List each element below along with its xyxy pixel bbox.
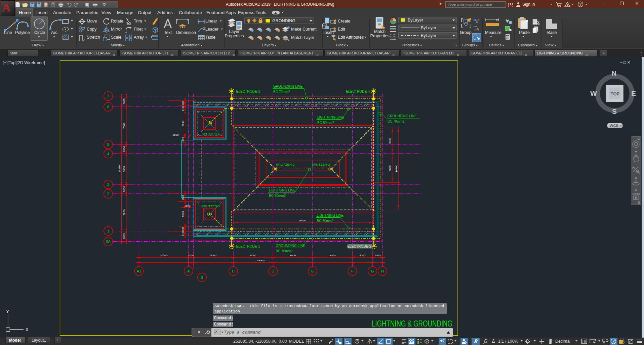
svg-text:985: 985 bbox=[182, 227, 185, 231]
svg-text:5: 5 bbox=[107, 142, 109, 146]
svg-text:2500: 2500 bbox=[185, 204, 191, 207]
svg-text:BC 70mm2: BC 70mm2 bbox=[273, 90, 290, 94]
svg-text:C: C bbox=[232, 269, 235, 273]
svg-text:A1: A1 bbox=[136, 269, 141, 273]
svg-text:16700: 16700 bbox=[395, 165, 398, 172]
svg-text:8000: 8000 bbox=[210, 254, 216, 257]
svg-text:H: H bbox=[381, 269, 384, 273]
svg-text:GROUNDING LINE: GROUNDING LINE bbox=[273, 85, 303, 88]
svg-text:BC 50mm2: BC 50mm2 bbox=[269, 194, 286, 198]
svg-text:7600: 7600 bbox=[123, 209, 126, 215]
svg-text:8000: 8000 bbox=[329, 254, 335, 257]
svg-text:2000: 2000 bbox=[123, 186, 126, 192]
svg-text:BC 50mm2: BC 50mm2 bbox=[317, 121, 334, 125]
svg-text:Y: Y bbox=[6, 308, 9, 314]
svg-text:4000: 4000 bbox=[359, 254, 365, 257]
svg-text:2000: 2000 bbox=[374, 254, 380, 257]
svg-text:BC 70mm2: BC 70mm2 bbox=[388, 120, 404, 123]
svg-text:5000: 5000 bbox=[182, 121, 185, 126]
svg-text:6000: 6000 bbox=[123, 166, 126, 172]
svg-text:4: 4 bbox=[107, 152, 110, 156]
svg-text:49000: 49000 bbox=[257, 259, 265, 262]
svg-text:5000: 5000 bbox=[182, 211, 185, 217]
svg-text:GROUNDING LINE: GROUNDING LINE bbox=[276, 244, 306, 248]
svg-text:28000: 28000 bbox=[298, 219, 306, 222]
svg-text:D: D bbox=[272, 269, 274, 273]
svg-text:B: B bbox=[201, 275, 203, 279]
svg-text:1615: 1615 bbox=[182, 137, 185, 143]
svg-text:5350: 5350 bbox=[389, 137, 392, 143]
svg-text:3: 3 bbox=[107, 182, 109, 186]
svg-text:LIGHTNING LINE: LIGHTNING LINE bbox=[269, 188, 296, 192]
svg-text:2500: 2500 bbox=[173, 133, 179, 136]
svg-text:SPLITZEN-1: SPLITZEN-1 bbox=[276, 163, 295, 166]
svg-text:1: 1 bbox=[107, 229, 109, 233]
svg-text:BC 70mm2: BC 70mm2 bbox=[276, 249, 293, 253]
svg-text:7: 7 bbox=[107, 94, 109, 98]
svg-text:29270: 29270 bbox=[118, 165, 121, 173]
svg-text:GROUNDING LINE: GROUNDING LINE bbox=[388, 114, 417, 118]
svg-text:8000: 8000 bbox=[250, 254, 256, 257]
svg-text:6000: 6000 bbox=[389, 165, 392, 171]
svg-text:1100: 1100 bbox=[182, 105, 185, 111]
svg-text:SPLITZEN-3: SPLITZEN-3 bbox=[202, 204, 220, 208]
svg-text:985: 985 bbox=[182, 101, 185, 105]
svg-text:1000: 1000 bbox=[188, 254, 194, 257]
svg-text:E: E bbox=[311, 269, 314, 273]
svg-text:LIGHTNING & GROUNDING: LIGHTNING & GROUNDING bbox=[372, 319, 452, 328]
svg-text:0A: 0A bbox=[106, 240, 111, 244]
svg-text:A: A bbox=[164, 17, 172, 31]
svg-text:1615: 1615 bbox=[182, 195, 185, 201]
svg-text:6: 6 bbox=[107, 105, 109, 109]
svg-text:2035: 2035 bbox=[123, 233, 126, 239]
svg-text:7600: 7600 bbox=[123, 123, 126, 129]
svg-text:BC 50mm2: BC 50mm2 bbox=[317, 219, 334, 223]
svg-text:A: A bbox=[187, 269, 190, 273]
svg-text:2000: 2000 bbox=[123, 146, 126, 152]
svg-text:LIGHTNING LINE: LIGHTNING LINE bbox=[317, 214, 344, 217]
svg-text:2035: 2035 bbox=[123, 98, 126, 104]
svg-text:?: ? bbox=[579, 2, 581, 6]
svg-text:ELECTRODE-4: ELECTRODE-4 bbox=[346, 90, 370, 93]
svg-text:X: X bbox=[25, 327, 29, 332]
svg-text:2: 2 bbox=[107, 192, 109, 196]
svg-text:F: F bbox=[351, 269, 354, 273]
svg-text:1100: 1100 bbox=[182, 230, 185, 236]
svg-text:10000: 10000 bbox=[160, 254, 168, 257]
svg-text:SPUTZEN-2: SPUTZEN-2 bbox=[312, 163, 330, 166]
svg-text:LIGHTNING LINE: LIGHTNING LINE bbox=[317, 116, 344, 119]
svg-text:ELECTRODE-3: ELECTRODE-3 bbox=[236, 90, 260, 93]
svg-text:8000: 8000 bbox=[290, 254, 296, 257]
svg-text:ELECTRODE-1: ELECTRODE-1 bbox=[236, 245, 260, 248]
svg-text:ELECTRODE-2: ELECTRODE-2 bbox=[347, 245, 371, 248]
svg-text:G: G bbox=[371, 269, 374, 273]
svg-text:SPUTZEN-4: SPUTZEN-4 bbox=[202, 132, 220, 136]
